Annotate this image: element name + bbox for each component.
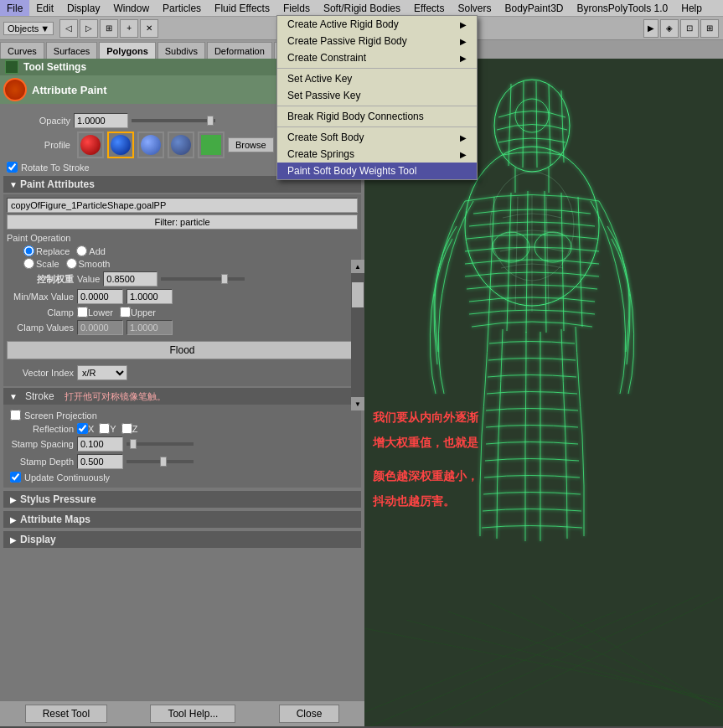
display-section-header[interactable]: ▶ Display — [3, 531, 361, 548]
objects-arrow-icon: ▼ — [40, 23, 49, 34]
menu-help[interactable]: Help — [674, 0, 709, 16]
menu-create-springs[interactable]: Create Springs ▶ — [277, 146, 477, 163]
attribute-name-input[interactable] — [7, 198, 358, 213]
stroke-hint: 打开他可对称镜像笔触。 — [65, 390, 166, 403]
clamp-lower-checkbox[interactable] — [77, 307, 88, 318]
menu-create-soft-body[interactable]: Create Soft Body ▶ — [277, 129, 477, 146]
menu-fluid-effects[interactable]: Fluid Effects — [208, 0, 276, 16]
attr-maps-section-header[interactable]: ▶ Attribute Maps — [3, 511, 361, 528]
panel-title: Tool Settings — [23, 61, 86, 73]
toolbar-btn-r3[interactable]: ⊞ — [700, 19, 719, 38]
vertical-scrollbar[interactable]: ▲ ▼ — [351, 260, 364, 410]
menu-create-passive-rigid[interactable]: Create Passive Rigid Body ▶ — [277, 33, 477, 49]
reflection-z-checkbox[interactable] — [121, 423, 132, 434]
vector-select[interactable]: x/R — [77, 365, 127, 380]
update-cont-checkbox[interactable] — [10, 472, 21, 483]
objects-dropdown[interactable]: Objects ▼ — [3, 22, 54, 35]
profile-btn-2[interactable] — [107, 132, 134, 158]
menu-soft-rigid[interactable]: Soft/Rigid Bodies — [317, 0, 407, 16]
toolbar-btn-4[interactable]: + — [120, 19, 138, 38]
stamp-spacing-slider[interactable] — [127, 442, 194, 446]
tab-subdivs[interactable]: Subdivs — [158, 42, 205, 59]
radio-scale-input[interactable] — [23, 258, 34, 269]
max-value-input[interactable] — [127, 289, 173, 304]
tab-polygons[interactable]: Polygons — [99, 42, 156, 59]
tab-deformation[interactable]: Deformation — [207, 42, 272, 59]
radio-smooth-input[interactable] — [66, 258, 77, 269]
menu-paint-soft-body[interactable]: Paint Soft Body Weights Tool — [277, 163, 477, 179]
opacity-input[interactable] — [74, 113, 128, 128]
radio-smooth[interactable]: Smooth — [66, 258, 111, 269]
opacity-slider[interactable] — [132, 119, 215, 122]
menu-create-constraint[interactable]: Create Constraint ▶ — [277, 49, 477, 66]
screen-proj-checkbox[interactable] — [10, 410, 21, 421]
radio-replace[interactable]: Replace — [23, 245, 70, 256]
attr-paint-icon — [3, 78, 27, 101]
separator-2 — [277, 106, 477, 106]
toolbar-btn-1[interactable]: ◁ — [59, 19, 78, 38]
toolbar-btn-r2[interactable]: ⊡ — [680, 19, 699, 38]
browse-button[interactable]: Browse — [228, 137, 274, 152]
menu-edit[interactable]: Edit — [29, 0, 60, 16]
value-slider[interactable] — [161, 277, 245, 281]
menu-window[interactable]: Window — [106, 0, 156, 16]
clamp-upper-checkbox[interactable] — [120, 307, 131, 318]
profile-btn-3[interactable] — [137, 132, 164, 158]
stylus-section-header[interactable]: ▶ Stylus Pressure — [3, 491, 361, 508]
radio-add-input[interactable] — [76, 245, 87, 256]
profile-btn-1[interactable] — [77, 132, 104, 158]
toolbar-btn-2[interactable]: ▷ — [80, 19, 98, 38]
menu-bodypaint[interactable]: BodyPaint3D — [498, 0, 570, 16]
upper-label: Upper — [131, 307, 156, 318]
flood-button[interactable]: Flood — [7, 341, 358, 359]
menu-effects[interactable]: Effects — [407, 0, 451, 16]
menu-set-active-key[interactable]: Set Active Key — [277, 70, 477, 87]
display-expand-btn[interactable]: ▶ — [7, 533, 20, 546]
tool-help-button[interactable]: Tool Help... — [150, 705, 235, 723]
stamp-depth-input[interactable] — [77, 454, 123, 469]
menu-bar: File Edit Display Window Particles Fluid… — [0, 0, 723, 17]
scroll-down-button[interactable]: ▼ — [351, 397, 364, 410]
menu-display[interactable]: Display — [60, 0, 106, 16]
menu-particles[interactable]: Particles — [156, 0, 208, 16]
menu-byrons[interactable]: ByronsPolyTools 1.0 — [571, 0, 675, 16]
stroke-expand-btn[interactable]: ▼ — [7, 390, 20, 403]
reset-tool-button[interactable]: Reset Tool — [25, 705, 107, 723]
clamp-min-input[interactable] — [77, 320, 123, 335]
profile-btn-green[interactable] — [198, 132, 225, 158]
toolbar-btn-3[interactable]: ⊞ — [100, 19, 118, 38]
close-button[interactable]: Close — [279, 705, 340, 723]
menu-fields[interactable]: Fields — [276, 0, 317, 16]
menu-set-passive-key[interactable]: Set Passive Key — [277, 87, 477, 104]
tab-curves[interactable]: Curves — [0, 42, 44, 59]
scroll-up-button[interactable]: ▲ — [351, 260, 364, 273]
stylus-expand-btn[interactable]: ▶ — [7, 493, 20, 506]
attr-maps-expand-btn[interactable]: ▶ — [7, 513, 20, 526]
reflection-y-checkbox[interactable] — [99, 423, 110, 434]
paint-attr-expand-btn[interactable]: ▼ — [7, 178, 20, 191]
profile-btn-4[interactable] — [168, 132, 194, 158]
stroke-section-header[interactable]: ▼ Stroke 打开他可对称镜像笔触。 — [3, 388, 361, 405]
menu-create-active-rigid[interactable]: Create Active Rigid Body ▶ — [277, 16, 477, 33]
min-value-input[interactable] — [77, 289, 123, 304]
value-input[interactable] — [103, 271, 158, 287]
stamp-depth-slider[interactable] — [127, 460, 194, 463]
radio-add[interactable]: Add — [76, 245, 106, 256]
toolbar-btn-5[interactable]: ✕ — [140, 19, 158, 38]
rotate-stroke-checkbox[interactable] — [7, 162, 18, 173]
radio-replace-input[interactable] — [23, 245, 34, 256]
screen-proj-row: Screen Projection — [7, 410, 358, 421]
clamp-max-input[interactable] — [127, 320, 173, 335]
separator-1 — [277, 68, 477, 69]
toolbar-btn-r1[interactable]: ◈ — [660, 19, 679, 38]
menu-break-rigid[interactable]: Break Rigid Body Connections — [277, 108, 477, 125]
menu-file[interactable]: File — [0, 0, 29, 16]
menu-solvers[interactable]: Solvers — [451, 0, 498, 16]
stamp-spacing-input[interactable] — [77, 436, 123, 452]
toolbar-render-btn[interactable]: ▶ — [643, 19, 658, 38]
scroll-thumb[interactable] — [352, 282, 364, 307]
reflection-x-checkbox[interactable] — [77, 423, 88, 434]
tab-surfaces[interactable]: Surfaces — [46, 42, 97, 59]
separator-3 — [277, 126, 477, 127]
radio-scale[interactable]: Scale — [23, 258, 59, 269]
